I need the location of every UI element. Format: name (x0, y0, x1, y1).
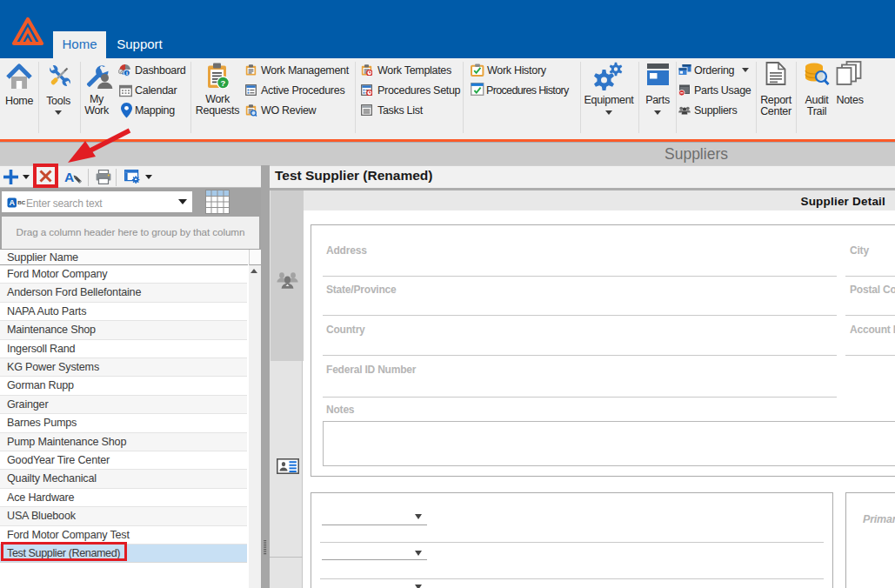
svg-text:A: A (64, 170, 74, 184)
svg-text:i: i (126, 70, 128, 76)
svg-text:?: ? (221, 78, 226, 88)
svg-text:BC: BC (17, 199, 25, 205)
svg-text:A: A (9, 198, 15, 207)
